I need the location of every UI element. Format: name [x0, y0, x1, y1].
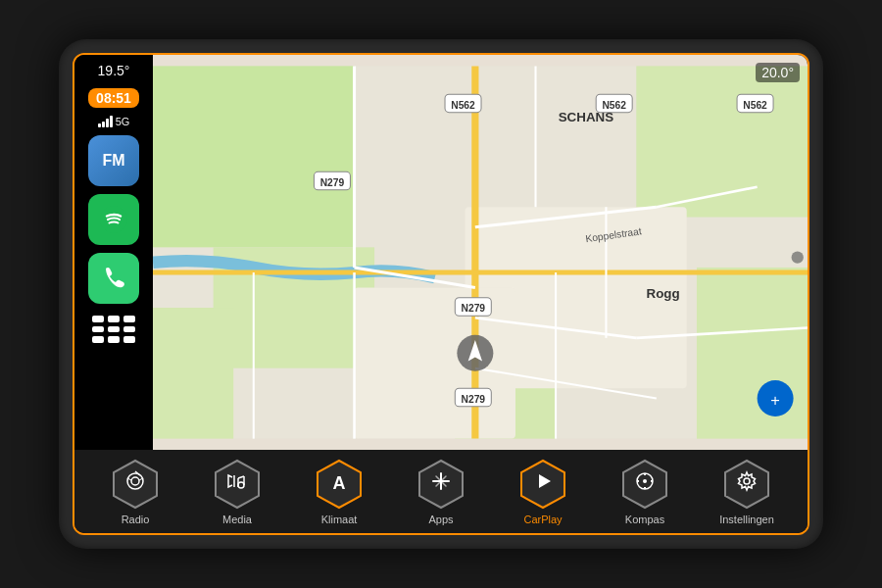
nav-hex-carplay	[519, 459, 566, 510]
nav-hex-apps	[417, 459, 465, 510]
svg-text:N279: N279	[462, 303, 486, 314]
svg-point-0	[100, 206, 127, 233]
rogge-label: Rogg	[647, 286, 680, 301]
temp-right: 20.0°	[756, 63, 800, 82]
kompas-icon	[634, 470, 656, 497]
nav-label-kompas: Kompas	[625, 514, 664, 525]
fm-label: FM	[102, 152, 124, 170]
apps-icon	[430, 470, 452, 497]
time-badge: 08:51	[88, 88, 139, 108]
grid-dot	[92, 336, 104, 343]
nav-item-media[interactable]: Media	[186, 459, 288, 525]
nav-label-apps: Apps	[428, 514, 453, 525]
nav-item-apps[interactable]: Apps	[390, 459, 492, 525]
schans-label: SCHANS	[559, 110, 614, 124]
network-type: 5G	[116, 116, 130, 127]
svg-text:N562: N562	[602, 100, 626, 111]
spotify-app-icon[interactable]	[88, 194, 139, 245]
grid-dot	[123, 326, 135, 333]
nav-label-media: Media	[222, 514, 252, 525]
signal-bar-3	[106, 119, 109, 127]
screen: 19.5° 08:51 5G FM	[73, 53, 809, 535]
grid-dot	[108, 326, 120, 333]
sidebar: 19.5° 08:51 5G FM	[74, 55, 153, 450]
svg-text:N279: N279	[462, 394, 486, 405]
svg-point-49	[238, 482, 244, 488]
temp-left: 19.5°	[98, 63, 130, 78]
grid-dot	[92, 326, 104, 333]
svg-rect-2	[153, 66, 355, 247]
grid-app-icon[interactable]	[88, 312, 139, 347]
nav-hex-media	[214, 459, 261, 510]
fm-app-icon[interactable]: FM	[88, 135, 139, 186]
nav-item-carplay[interactable]: CarPlay	[492, 459, 594, 525]
grid-dot	[108, 316, 120, 322]
nav-item-klimaat[interactable]: A Klimaat	[288, 459, 390, 525]
svg-text:N562: N562	[743, 100, 767, 111]
svg-point-41	[792, 251, 804, 263]
nav-label-radio: Radio	[122, 514, 150, 525]
phone-app-icon[interactable]	[88, 253, 139, 304]
nav-hex-klimaat: A	[316, 459, 363, 510]
nav-item-instellingen[interactable]: Instellingen	[696, 459, 798, 525]
signal-bar-2	[102, 122, 105, 127]
nav-label-instellingen: Instellingen	[719, 514, 774, 525]
signal-bar-4	[110, 116, 113, 127]
nav-label-carplay: CarPlay	[523, 514, 562, 525]
klimaat-icon: A	[333, 473, 346, 494]
svg-line-51	[238, 476, 244, 478]
svg-rect-8	[697, 268, 808, 439]
bottom-nav: Radio	[74, 450, 808, 533]
nav-hex-instellingen	[723, 459, 770, 510]
grid-dot	[123, 316, 135, 322]
nav-item-kompas[interactable]: Kompas	[594, 459, 696, 525]
map-svg: Koppelstraat N279 N279 N279 N562 N562 N5…	[153, 55, 808, 450]
signal-row: 5G	[98, 116, 130, 127]
nav-hex-kompas	[621, 459, 668, 510]
svg-point-44	[131, 477, 139, 485]
grid-dot	[123, 336, 135, 343]
grid-dot	[108, 336, 120, 343]
top-bar: 19.5° 08:51 5G FM	[74, 55, 808, 450]
signal-bars	[98, 116, 113, 127]
radio-icon	[124, 470, 146, 497]
spotify-icon	[99, 205, 128, 234]
car-bezel: 19.5° 08:51 5G FM	[59, 39, 823, 549]
instellingen-icon	[736, 470, 758, 497]
svg-rect-7	[153, 308, 233, 439]
svg-marker-56	[539, 474, 551, 488]
nav-item-radio[interactable]: Radio	[84, 459, 186, 525]
svg-point-59	[643, 479, 647, 483]
media-icon	[226, 470, 248, 497]
signal-bar-1	[98, 123, 101, 127]
svg-text:N562: N562	[451, 100, 475, 111]
map-area[interactable]: Koppelstraat N279 N279 N279 N562 N562 N5…	[153, 55, 808, 450]
phone-icon	[100, 265, 127, 292]
nav-hex-radio	[112, 459, 159, 510]
svg-point-43	[127, 473, 143, 489]
nav-label-klimaat: Klimaat	[321, 514, 358, 525]
svg-point-65	[744, 478, 750, 484]
svg-text:N279: N279	[320, 177, 345, 188]
carplay-icon	[532, 470, 554, 497]
svg-text:+: +	[770, 391, 780, 409]
grid-dot	[92, 316, 104, 322]
